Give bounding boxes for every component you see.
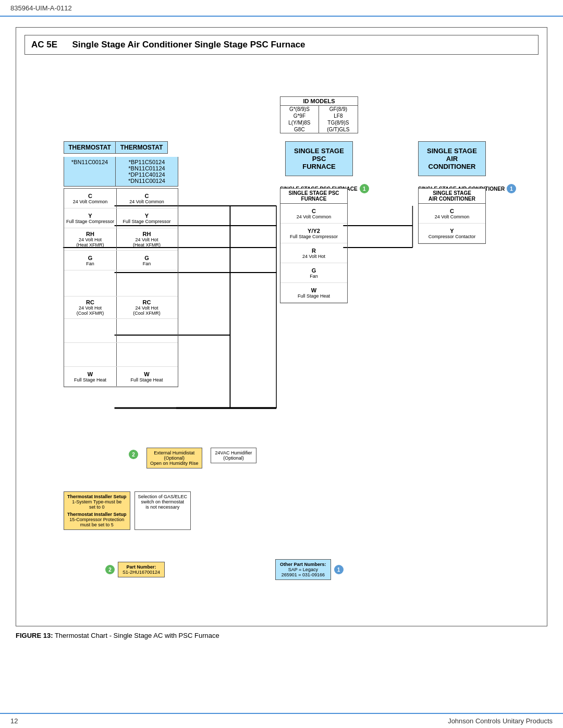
footer: 12 Johnson Controls Unitary Products bbox=[0, 713, 563, 728]
id-models: ID MODELS G*(8/9)S GF(8/9) G*9F LF8 L(Y/… bbox=[280, 96, 358, 133]
wire-row-rc1: RC 24 Volt Hot (Cool XFMR) bbox=[64, 297, 116, 319]
id-model-cell: (G/T)GLS bbox=[319, 126, 358, 133]
psc-wire-header: SINGLE STAGE PSCFURNACE bbox=[280, 189, 347, 204]
wire-row-empty1 bbox=[64, 270, 116, 297]
wire-row-y2: Y Full Stage Compressor bbox=[116, 208, 178, 228]
thermostat-wiring-col1: C 24 Volt Common Y Full Stage Compressor… bbox=[64, 188, 117, 387]
id-models-header: ID MODELS bbox=[280, 97, 358, 106]
thermostat-model-left: *BN11C00124 bbox=[64, 157, 116, 187]
ac-badge: 1 bbox=[507, 184, 516, 193]
wire-row-c1: C 24 Volt Common bbox=[64, 189, 116, 208]
wire-row-w1: W Full Stage Heat bbox=[64, 367, 116, 387]
diagram-inner: ID MODELS G*(8/9)S GF(8/9) G*9F LF8 L(Y/… bbox=[25, 64, 538, 611]
thermostat-label-area: THERMOSTAT THERMOSTAT bbox=[64, 141, 168, 154]
part-number-box: Part Number: S1-2HU16700124 bbox=[118, 562, 165, 577]
page: 835964-UIM-A-0112 AC 5E Single Stage Air… bbox=[0, 0, 563, 728]
diagram-title: AC 5E Single Stage Air Conditioner Singl… bbox=[25, 35, 538, 55]
table-row: G8C (G/T)GLS bbox=[280, 126, 358, 133]
humidistat-badge: 2 bbox=[129, 450, 138, 459]
psc-furnace-label: SINGLE STAGE PSC FURNACE bbox=[285, 141, 353, 176]
note-box-2: Selection of GAS/ELEC switch on thermost… bbox=[134, 491, 191, 530]
part-badge: 2 bbox=[105, 565, 115, 574]
main-content: AC 5E Single Stage Air Conditioner Singl… bbox=[0, 17, 563, 713]
footer-company: Johnson Controls Unitary Products bbox=[448, 717, 553, 725]
humidistat-area: 2 External Humidistat (Optional) Open on… bbox=[129, 448, 256, 468]
title-desc: Single Stage Air Conditioner Single Stag… bbox=[72, 40, 305, 50]
note-box-1: Thermostat Installer Setup 1-System Type… bbox=[64, 491, 130, 530]
wire-row-g2: G Fan bbox=[116, 251, 178, 270]
ac-wire-c: C 24 Volt Common bbox=[419, 204, 485, 224]
wire-row-rc2: RC 24 Volt Hot (Cool XFMR) bbox=[116, 297, 178, 319]
wire-row-empty5 bbox=[116, 319, 178, 343]
id-model-cell: G8C bbox=[280, 126, 319, 133]
thermostat-label-2: THERMOSTAT bbox=[116, 141, 168, 154]
table-row: G*(8/9)S GF(8/9) bbox=[280, 106, 358, 113]
ac-wire-y: Y Compressor Contactor bbox=[419, 224, 485, 243]
psc-wire-yy2: Y/Y2 Full Stage Compressor bbox=[280, 224, 347, 243]
figure-caption: FIGURE 13: Thermostat Chart - Single Sta… bbox=[16, 632, 547, 639]
id-model-cell: TG(8/9)S bbox=[319, 119, 358, 126]
humidifier-box: 24VAC Humidifier (Optional) bbox=[211, 448, 257, 463]
wire-row-g1: G Fan bbox=[64, 251, 116, 270]
other-part-badge: 1 bbox=[334, 565, 344, 574]
wire-row-y1: Y Full Stage Compressor bbox=[64, 208, 116, 228]
top-bar: 835964-UIM-A-0112 bbox=[0, 0, 563, 17]
wire-row-empty4 bbox=[116, 270, 178, 297]
psc-badge: 1 bbox=[360, 184, 369, 193]
ac-conditioner-label: SINGLE STAGE AIR CONDITIONER bbox=[418, 141, 486, 176]
other-part-box: Other Part Numbers: SAP = Legacy 265901 … bbox=[275, 559, 331, 580]
diagram-box: AC 5E Single Stage Air Conditioner Singl… bbox=[16, 27, 547, 626]
table-row: L(Y/M)8S TG(8/9)S bbox=[280, 119, 358, 126]
id-model-cell: GF(8/9) bbox=[319, 106, 358, 113]
wire-row-c2: C 24 Volt Common bbox=[116, 189, 178, 208]
psc-wire-c: C 24 Volt Common bbox=[280, 204, 347, 224]
ac-wire-header: SINGLE STAGEAIR CONDITIONER bbox=[419, 189, 485, 204]
id-model-cell: G*(8/9)S bbox=[280, 106, 319, 113]
thermostat-label-1: THERMOSTAT bbox=[64, 141, 116, 154]
humidistat-box: External Humidistat (Optional) Open on H… bbox=[146, 448, 202, 468]
thermostat-models-right: *BP11C50124 *BN11C01124 *DP11C40124 *DN1… bbox=[116, 157, 178, 187]
thermostat-wiring-col2: C 24 Volt Common Y Full Stage Compressor… bbox=[116, 188, 178, 387]
wire-row-rh1: RH 24 Volt Hot (Heat XFMR) bbox=[64, 228, 116, 251]
id-model-cell: LF8 bbox=[319, 113, 358, 119]
title-code: AC 5E bbox=[31, 40, 57, 50]
id-model-cell: G*9F bbox=[280, 113, 319, 119]
notes-area: Thermostat Installer Setup 1-System Type… bbox=[64, 491, 191, 530]
wire-row-w2: W Full Stage Heat bbox=[116, 367, 178, 387]
part-numbers-area: 2 Part Number: S1-2HU16700124 Other Part… bbox=[105, 559, 344, 580]
wire-row-empty6 bbox=[116, 343, 178, 367]
wire-row-empty3 bbox=[64, 343, 116, 367]
wire-row-empty2 bbox=[64, 319, 116, 343]
id-model-cell: L(Y/M)8S bbox=[280, 119, 319, 126]
thermostat-models: *BN11C00124 *BP11C50124 *BN11C01124 *DP1… bbox=[64, 157, 178, 187]
table-row: G*9F LF8 bbox=[280, 113, 358, 119]
id-models-table: G*(8/9)S GF(8/9) G*9F LF8 L(Y/M)8S TG(8/… bbox=[280, 106, 358, 133]
psc-wire-w: W Full Stage Heat bbox=[280, 283, 347, 303]
psc-wire-col: SINGLE STAGE PSCFURNACE C 24 Volt Common… bbox=[280, 188, 348, 303]
doc-number: 835964-UIM-A-0112 bbox=[10, 4, 72, 12]
psc-wire-r: R 24 Volt Hot bbox=[280, 243, 347, 263]
wire-row-rh2: RH 24 Volt Hot (Heat XFMR) bbox=[116, 228, 178, 251]
psc-wire-g: G Fan bbox=[280, 263, 347, 283]
footer-page-number: 12 bbox=[10, 717, 18, 725]
ac-wire-col: SINGLE STAGEAIR CONDITIONER C 24 Volt Co… bbox=[418, 188, 486, 244]
